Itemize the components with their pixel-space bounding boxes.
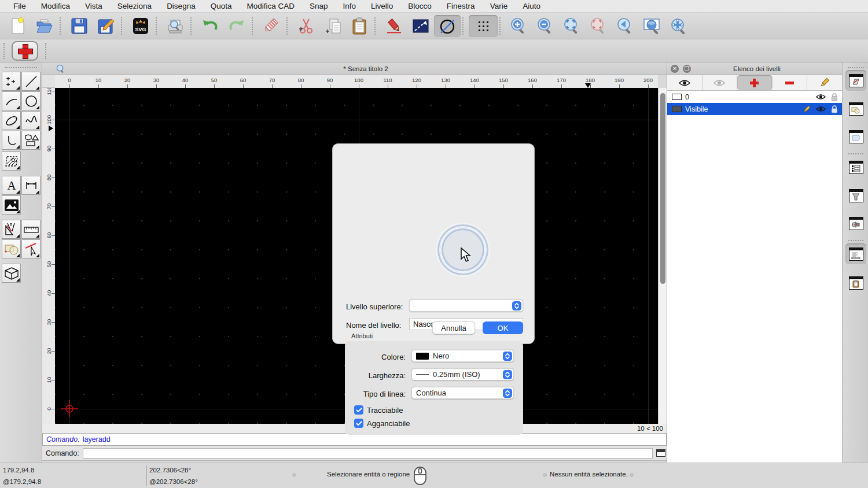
ok-button[interactable]: OK: [483, 321, 523, 334]
zoom-window-button[interactable]: [639, 14, 665, 38]
command-line-dock-button[interactable]: [845, 243, 866, 264]
toolbar-drag-handle[interactable]: [3, 43, 7, 59]
menu-item-blocco[interactable]: Blocco: [400, 2, 439, 10]
snappable-checkbox-label[interactable]: Agganciabile: [367, 419, 410, 428]
text-tool-button[interactable]: A: [2, 176, 21, 195]
pan-button[interactable]: [665, 14, 692, 38]
hatch-tool-button[interactable]: [2, 151, 21, 171]
layer-visible-icon[interactable]: [815, 94, 826, 100]
menu-item-varie[interactable]: Varie: [483, 2, 516, 10]
layer-list-dock-button[interactable]: [845, 70, 866, 91]
arc-tool-button[interactable]: [2, 91, 21, 110]
copy-button[interactable]: [319, 14, 346, 38]
float-panel-button[interactable]: ❐: [683, 65, 691, 73]
zoom-in-button[interactable]: [506, 14, 532, 38]
menu-item-finestra[interactable]: Finestra: [439, 2, 483, 10]
grid-toggle-button[interactable]: [469, 15, 498, 37]
add-pen-button[interactable]: [12, 41, 38, 61]
line-selection-button[interactable]: [407, 14, 434, 38]
zoom-out-button[interactable]: [532, 14, 559, 38]
blocks-tool-button[interactable]: [2, 239, 21, 258]
menu-item-disegna[interactable]: Disegna: [159, 2, 203, 10]
layer-lock-icon[interactable]: [829, 105, 840, 113]
cancel-button[interactable]: Annulla: [432, 321, 475, 334]
block-list-dock-button[interactable]: [845, 98, 866, 119]
menu-item-livello[interactable]: Livello: [363, 2, 400, 10]
zoom-window-icon: [643, 17, 661, 35]
undo-button[interactable]: [197, 14, 223, 38]
save-button[interactable]: [66, 14, 93, 38]
dimension-tool-button[interactable]: [21, 176, 41, 195]
pen-palette-dock-button[interactable]: [845, 213, 866, 234]
draw-pencil-button[interactable]: [381, 14, 407, 38]
command-input[interactable]: [83, 448, 653, 459]
delete-button[interactable]: [258, 14, 285, 38]
entity-list-dock-button[interactable]: [845, 157, 866, 178]
clipboard-dock-button[interactable]: [845, 272, 866, 293]
shapes-tool-button[interactable]: [21, 131, 41, 150]
dock-drag-handle[interactable]: [848, 67, 864, 69]
add-layer-button[interactable]: [737, 75, 773, 90]
solid3d-tool-button[interactable]: [2, 264, 21, 283]
scrollbar-thumb[interactable]: [660, 93, 665, 284]
menu-item-vista[interactable]: Vista: [78, 2, 110, 10]
construction-checkbox[interactable]: [354, 405, 363, 415]
line-tool-button[interactable]: [21, 72, 41, 91]
line-width-select[interactable]: 0.25mm (ISO): [411, 368, 514, 380]
menu-item-aiuto[interactable]: Aiuto: [515, 2, 548, 10]
points-tool-button[interactable]: [2, 72, 21, 91]
menu-item-info[interactable]: Info: [336, 2, 364, 10]
zoom-selection-button[interactable]: [586, 14, 612, 38]
layer-row-0[interactable]: 0: [667, 91, 842, 103]
menu-item-modifica[interactable]: Modifica: [34, 2, 78, 10]
menu-item-seleziona[interactable]: Seleziona: [110, 2, 159, 10]
layer-lock-icon[interactable]: [829, 93, 840, 101]
layer-row-visibile[interactable]: Visibile: [667, 103, 842, 115]
edit-layer-button[interactable]: [807, 75, 842, 90]
redo-button[interactable]: [223, 14, 250, 38]
cut-button[interactable]: [293, 14, 319, 38]
menu-item-quota[interactable]: Quota: [203, 2, 240, 10]
ellipse-axes-button[interactable]: [434, 15, 461, 37]
hide-all-layers-button[interactable]: [703, 75, 738, 90]
parent-layer-select[interactable]: [409, 300, 523, 312]
paste-button[interactable]: [346, 14, 373, 38]
image-tool-button[interactable]: [2, 195, 21, 215]
circle-tool-button[interactable]: [21, 91, 41, 110]
show-all-layers-button[interactable]: [667, 75, 703, 90]
zoom-auto-button[interactable]: [559, 14, 586, 38]
palette-drag-handle[interactable]: [5, 67, 37, 69]
menu-item-file[interactable]: File: [6, 2, 34, 10]
measure-tool-button[interactable]: [21, 220, 41, 239]
layer-visible-icon[interactable]: [815, 106, 826, 112]
zoom-previous-button[interactable]: [612, 14, 639, 38]
detach-command-window-button[interactable]: [656, 449, 665, 457]
close-panel-button[interactable]: ✕: [671, 65, 679, 73]
status-dot: [543, 473, 547, 477]
canvas-vertical-scrollbar[interactable]: [658, 88, 667, 424]
ellipse-tool-button[interactable]: [2, 111, 21, 130]
layer-edit-icon[interactable]: [801, 105, 812, 113]
print-preview-button[interactable]: [162, 14, 189, 38]
svg-export-button[interactable]: SVG: [127, 14, 154, 38]
selection-filter-dock-button[interactable]: [845, 185, 866, 206]
polyline-tool-button[interactable]: [2, 131, 21, 150]
snappable-checkbox[interactable]: [354, 419, 363, 428]
menu-item-snap[interactable]: Snap: [302, 2, 336, 10]
toolbar-drag-handle[interactable]: [45, 43, 49, 59]
remove-layer-button[interactable]: [773, 75, 808, 90]
document-title-bar[interactable]: * Senza titolo 2: [42, 62, 667, 75]
submenu-indicator: [16, 166, 20, 169]
color-select[interactable]: Nero: [411, 350, 514, 362]
library-browser-dock-button[interactable]: [845, 126, 866, 147]
construction-checkbox-label[interactable]: Tracciabile: [367, 406, 403, 415]
menu-item-modifica-cad[interactable]: Modifica CAD: [239, 2, 302, 10]
spline-tool-button[interactable]: [21, 111, 41, 130]
modify-tool-button[interactable]: [2, 220, 21, 239]
save-as-button[interactable]: [93, 14, 119, 38]
select-tool-button[interactable]: [21, 239, 41, 258]
new-document-button[interactable]: [5, 14, 31, 38]
line-type-select[interactable]: Continua: [411, 387, 514, 399]
open-button[interactable]: [31, 14, 58, 38]
stepper-icon: [503, 370, 512, 379]
